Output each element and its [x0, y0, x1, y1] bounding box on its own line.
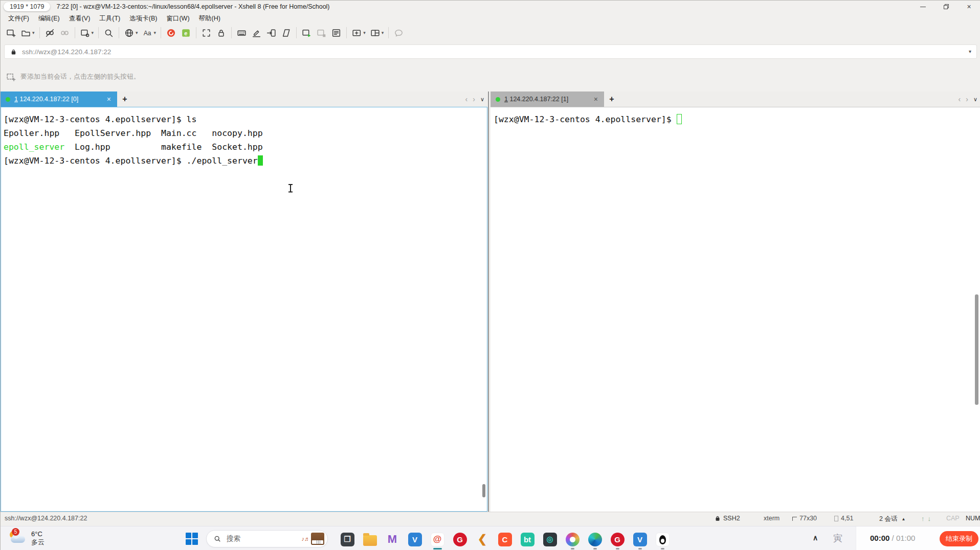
- c-bracket-app-icon[interactable]: ❮: [471, 529, 494, 550]
- session-properties-button[interactable]: ▾: [78, 26, 96, 40]
- sessions-caret-icon: ▲: [901, 517, 905, 521]
- toolbar-separator: [346, 27, 347, 38]
- menu-item-0[interactable]: 文件(F): [4, 13, 34, 24]
- new-tab-button[interactable]: +: [604, 91, 619, 107]
- paint-app-icon[interactable]: [561, 529, 584, 550]
- search-placeholder: 搜索: [227, 534, 240, 543]
- open-folder-button[interactable]: ▾: [18, 26, 37, 40]
- font-aa-icon: Aa: [142, 28, 153, 38]
- search-icon: [213, 535, 221, 543]
- gitee-icon[interactable]: G: [606, 529, 629, 550]
- tab-close-icon[interactable]: ×: [593, 95, 599, 103]
- tab-session-0[interactable]: 1 124.220.4.187:22 [0] ×: [1, 91, 117, 107]
- status-scroll-arrows[interactable]: ↑↓: [921, 515, 934, 522]
- dropdown-arrow-icon[interactable]: ▾: [363, 30, 366, 35]
- find-button[interactable]: [101, 26, 116, 40]
- session-log-icon: [331, 28, 342, 38]
- tab-close-icon[interactable]: ×: [106, 95, 112, 103]
- status-num-indicator: NUM: [966, 515, 980, 522]
- search-box[interactable]: 搜索 ♪♬: [206, 530, 328, 547]
- vscode-remote-icon[interactable]: V: [404, 529, 426, 550]
- notification-badge: 5: [12, 528, 19, 536]
- run-script-button[interactable]: [299, 26, 314, 40]
- right-terminal-scrollbar[interactable]: [975, 294, 978, 405]
- running-indicator: [616, 548, 619, 549]
- file-explorer-glyph: [363, 535, 377, 546]
- xftp-button[interactable]: e: [179, 26, 193, 40]
- address-dropdown-icon[interactable]: ▾: [969, 49, 971, 54]
- tab-scroll-left-icon[interactable]: ‹: [465, 95, 468, 103]
- terminal-left[interactable]: [wzx@VM-12-3-centos 4.epollserver]$ lsEp…: [1, 107, 487, 512]
- send-text-button[interactable]: [264, 26, 279, 40]
- edge-icon[interactable]: [584, 529, 606, 550]
- font-aa-button[interactable]: Aa▾: [140, 26, 159, 40]
- visual-studio-icon[interactable]: M: [381, 529, 404, 550]
- tab-list-dropdown-icon[interactable]: ∨: [480, 96, 484, 103]
- menu-item-5[interactable]: 窗口(W): [162, 13, 194, 24]
- hidden-icons-chevron[interactable]: ∧: [813, 534, 818, 542]
- menu-item-1[interactable]: 编辑(E): [34, 13, 64, 24]
- compose-pen-button[interactable]: [249, 26, 264, 40]
- stop-recording-button[interactable]: 结束录制: [940, 531, 978, 546]
- left-terminal-scrollbar[interactable]: [482, 484, 485, 497]
- gitee-glyph: G: [611, 533, 625, 546]
- restore-icon: [944, 4, 949, 9]
- menu-item-4[interactable]: 选项卡(B): [125, 13, 162, 24]
- grid-size-icon: [792, 517, 797, 521]
- tab-scroll-right-icon[interactable]: ›: [473, 95, 475, 103]
- new-tab-button[interactable]: +: [117, 91, 132, 107]
- terminal-right[interactable]: [wzx@VM-12-3-centos 4.epollserver]$: [491, 107, 980, 512]
- status-caps-indicator: CAP: [946, 515, 960, 522]
- swirl-app-icon[interactable]: ◎: [539, 529, 561, 550]
- weather-widget[interactable]: 5 6°C 多云: [9, 529, 44, 547]
- minimize-button[interactable]: [911, 1, 934, 13]
- new-terminal-button[interactable]: [4, 26, 18, 40]
- menu-item-3[interactable]: 工具(T): [95, 13, 125, 24]
- scroll-paper-button[interactable]: [279, 26, 294, 40]
- xagent-button[interactable]: [164, 26, 179, 40]
- start-button[interactable]: [186, 533, 198, 545]
- restore-button[interactable]: [934, 1, 957, 13]
- disconnect-button[interactable]: [42, 26, 57, 40]
- stop-script-button: [314, 26, 329, 40]
- encoding-globe-button[interactable]: ▾: [122, 26, 140, 40]
- add-session-icon[interactable]: [6, 72, 16, 82]
- vscode-icon[interactable]: V: [629, 529, 651, 550]
- close-button[interactable]: ×: [957, 1, 980, 13]
- status-session-count[interactable]: 2 会话▲: [879, 515, 905, 523]
- tab-list-dropdown-icon[interactable]: ∨: [973, 96, 977, 103]
- dropdown-arrow-icon[interactable]: ▾: [92, 30, 94, 35]
- lock-button[interactable]: [214, 26, 229, 40]
- tab-session-1[interactable]: 1 124.220.4.187:22 [1] ×: [491, 91, 604, 107]
- menu-item-2[interactable]: 查看(V): [64, 13, 95, 24]
- fullscreen-button[interactable]: [199, 26, 214, 40]
- split-layout-button[interactable]: ▾: [368, 26, 386, 40]
- window-title: 7:22 [0] - wzx@VM-12-3-centos:~/linux/le…: [56, 3, 329, 10]
- dropdown-arrow-icon[interactable]: ▾: [382, 30, 384, 35]
- tab-scroll-left-icon[interactable]: ‹: [959, 95, 961, 103]
- lock-icon: [714, 515, 721, 522]
- encoding-globe-icon: [124, 28, 135, 38]
- csdn-icon[interactable]: C: [494, 529, 516, 550]
- file-explorer-icon[interactable]: [359, 529, 381, 550]
- piano-icon[interactable]: [311, 533, 324, 545]
- address-input[interactable]: ssh://wzx@124.220.4.187:22 ▾: [4, 44, 977, 59]
- bt-panel-icon[interactable]: bt: [516, 529, 539, 550]
- session-log-button[interactable]: [329, 26, 344, 40]
- menu-item-6[interactable]: 帮助(H): [194, 13, 225, 24]
- terminal-line: Epoller.hpp EpollServer.hpp Main.cc noco…: [4, 126, 487, 140]
- new-tab-button[interactable]: ▾: [349, 26, 368, 40]
- ime-tray-icon[interactable]: 寅: [833, 532, 842, 544]
- status-bar: ssh://wzx@124.220.4.187:22 SSH2 xterm 77…: [1, 512, 980, 526]
- dropdown-arrow-icon[interactable]: ▾: [154, 30, 157, 35]
- running-indicator: [571, 548, 574, 549]
- tab-scroll-right-icon[interactable]: ›: [966, 95, 968, 103]
- virtual-keyboard-button[interactable]: [234, 26, 249, 40]
- dropdown-arrow-icon[interactable]: ▾: [32, 30, 35, 35]
- qq-icon[interactable]: [651, 529, 674, 550]
- gitee-icon[interactable]: G: [449, 529, 471, 550]
- snip-app-icon[interactable]: ❐: [336, 529, 359, 550]
- toolbar: ▾▾▾Aa▾e▾▾: [1, 24, 980, 41]
- xshell-icon[interactable]: @: [426, 529, 449, 550]
- dropdown-arrow-icon[interactable]: ▾: [136, 30, 138, 35]
